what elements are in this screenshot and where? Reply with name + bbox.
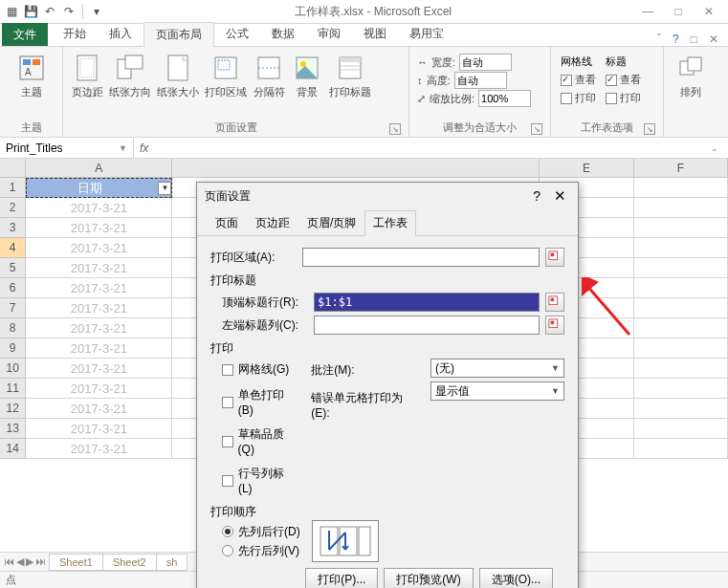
preview-button[interactable]: 打印预览(W) — [384, 568, 473, 588]
help-icon[interactable]: ? — [673, 33, 679, 46]
dialog-help-icon[interactable]: ? — [523, 188, 550, 204]
tab-addin[interactable]: 易用宝 — [398, 22, 455, 46]
headings-checkbox[interactable]: 行号列标(L) — [222, 466, 298, 495]
cell[interactable] — [634, 238, 728, 258]
sheet-options-launcher-icon[interactable]: ↘ — [644, 123, 655, 135]
row-header[interactable]: 8 — [0, 318, 26, 338]
tab-home[interactable]: 开始 — [52, 22, 98, 46]
themes-button[interactable]: A 主题 — [13, 51, 50, 119]
row-header[interactable]: 12 — [0, 399, 26, 419]
row-header[interactable]: 1 — [0, 178, 26, 198]
ribbon-min-icon[interactable]: ˇ — [657, 33, 661, 46]
cell[interactable] — [634, 278, 728, 298]
tab-insert[interactable]: 插入 — [98, 22, 143, 46]
print-button[interactable]: 打印(P)... — [305, 568, 378, 588]
cell[interactable]: 2017-3-21 — [26, 298, 172, 318]
tab-formulas[interactable]: 公式 — [214, 22, 260, 46]
row-header[interactable]: 2 — [0, 198, 26, 218]
qat-more-icon[interactable]: ▾ — [89, 4, 104, 19]
cell[interactable]: 日期▼ — [26, 178, 172, 198]
col-header-e[interactable]: E — [540, 159, 633, 178]
cell[interactable] — [634, 399, 728, 419]
row-header[interactable]: 10 — [0, 359, 26, 379]
dialog-tab-sheet[interactable]: 工作表 — [364, 210, 416, 236]
col-header-a[interactable]: A — [26, 159, 172, 178]
cell[interactable] — [634, 338, 728, 359]
headings-print-checkbox[interactable]: 打印 — [606, 91, 641, 105]
dialog-tab-margins[interactable]: 页边距 — [247, 210, 298, 236]
redo-icon[interactable]: ↷ — [61, 4, 77, 19]
print-area-button[interactable]: 打印区域 — [203, 51, 249, 119]
select-all-button[interactable] — [0, 159, 26, 178]
height-input[interactable] — [454, 72, 507, 89]
width-input[interactable] — [459, 54, 512, 71]
tab-view[interactable]: 视图 — [352, 22, 398, 46]
col-header-f[interactable]: F — [634, 159, 728, 178]
orientation-button[interactable]: 纸张方向 — [107, 51, 153, 119]
cell[interactable]: 2017-3-21 — [26, 379, 172, 399]
options-button[interactable]: 选项(O)... — [479, 568, 553, 588]
tab-first-icon[interactable]: ⏮ — [4, 555, 14, 568]
margins-button[interactable]: 页边距 — [69, 51, 105, 119]
comments-combo[interactable]: (无)▼ — [430, 359, 564, 378]
cell[interactable] — [634, 298, 728, 318]
row-header[interactable]: 6 — [0, 278, 26, 298]
dialog-titlebar[interactable]: 页面设置 ? ✕ — [197, 183, 578, 209]
cell[interactable]: 2017-3-21 — [26, 278, 172, 298]
draft-checkbox[interactable]: 草稿品质(Q) — [222, 426, 298, 456]
scale-input[interactable] — [478, 90, 531, 107]
left-cols-input[interactable] — [314, 316, 540, 335]
row-header[interactable]: 7 — [0, 298, 26, 318]
print-area-ref-button[interactable] — [545, 248, 564, 267]
cell[interactable]: 2017-3-21 — [26, 359, 172, 379]
ribbon-restore-icon[interactable]: □ — [691, 33, 697, 46]
sheet-tab-2[interactable]: Sheet2 — [102, 554, 157, 571]
page-setup-launcher-icon[interactable]: ↘ — [389, 123, 401, 135]
tab-next-icon[interactable]: ▶ — [26, 555, 33, 568]
row-header[interactable]: 3 — [0, 218, 26, 238]
undo-icon[interactable]: ↶ — [42, 4, 57, 19]
scale-launcher-icon[interactable]: ↘ — [531, 123, 542, 135]
row-header[interactable]: 13 — [0, 419, 26, 439]
cell[interactable] — [634, 439, 728, 459]
cell[interactable]: 2017-3-21 — [26, 218, 172, 238]
cell[interactable]: 2017-3-21 — [26, 258, 172, 278]
cell[interactable] — [634, 198, 728, 218]
ribbon-close-icon[interactable]: ✕ — [709, 33, 718, 46]
cell[interactable]: 2017-3-21 — [26, 238, 172, 258]
cell[interactable] — [634, 218, 728, 238]
tab-review[interactable]: 审阅 — [306, 22, 352, 46]
tab-last-icon[interactable]: ⏭ — [35, 555, 46, 568]
dialog-tab-headerfooter[interactable]: 页眉/页脚 — [298, 210, 364, 236]
cell[interactable] — [634, 359, 728, 379]
maximize-icon[interactable]: □ — [673, 6, 684, 17]
cell[interactable]: 2017-3-21 — [26, 419, 172, 439]
dialog-tab-page[interactable]: 页面 — [207, 210, 247, 236]
size-button[interactable]: 纸张大小 — [155, 51, 201, 119]
name-box[interactable]: Print_Titles▼ — [0, 138, 134, 158]
tab-prev-icon[interactable]: ◀ — [16, 555, 24, 568]
close-icon[interactable]: ✕ — [703, 6, 715, 17]
cell[interactable]: 2017-3-21 — [26, 318, 172, 338]
gridlines-view-checkbox[interactable]: 查看 — [561, 73, 596, 87]
cell[interactable] — [634, 178, 728, 198]
dialog-close-icon[interactable]: ✕ — [550, 187, 570, 205]
file-tab[interactable]: 文件 — [2, 23, 48, 46]
cell[interactable]: 2017-3-21 — [26, 399, 172, 419]
sheet-tab-3[interactable]: sh — [156, 554, 188, 571]
tab-data[interactable]: 数据 — [260, 22, 306, 46]
bw-checkbox[interactable]: 单色打印(B) — [222, 387, 298, 417]
cell[interactable] — [634, 419, 728, 439]
left-cols-ref-button[interactable] — [545, 316, 564, 335]
formula-expand-icon[interactable]: ⌄ — [711, 143, 722, 153]
tab-page-layout[interactable]: 页面布局 — [143, 22, 214, 47]
top-rows-input[interactable] — [314, 293, 540, 312]
gridlines-print-checkbox[interactable]: 打印 — [561, 91, 596, 105]
row-header[interactable]: 11 — [0, 379, 26, 399]
row-header[interactable]: 5 — [0, 258, 26, 278]
sheet-tab-1[interactable]: Sheet1 — [49, 554, 103, 571]
save-icon[interactable]: 💾 — [23, 4, 38, 19]
arrange-button[interactable]: 排列 — [673, 51, 709, 133]
filter-icon[interactable]: ▼ — [158, 182, 171, 195]
order-over-radio[interactable]: 先行后列(V) — [222, 543, 300, 559]
